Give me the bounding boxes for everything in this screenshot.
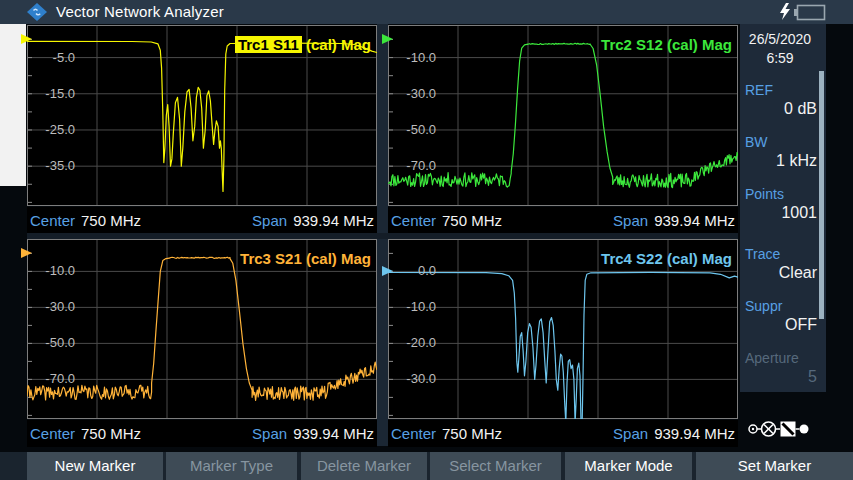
center-frequency[interactable]: Center750 MHz: [391, 425, 502, 442]
date-display: 26/5/2020: [740, 31, 820, 47]
lightning-bolt-icon: [780, 3, 790, 20]
softkey-set-marker[interactable]: Set Marker: [696, 452, 853, 480]
y-axis-tick-label: 0.0: [388, 263, 436, 278]
center-frequency[interactable]: Center750 MHz: [391, 212, 502, 229]
center-frequency[interactable]: Center750 MHz: [30, 425, 141, 442]
settings-sidebar: 26/5/2020 6:59 REF 0 dB BW 1 kHz Points …: [740, 24, 826, 392]
y-axis-tick-label: -70.0: [388, 158, 436, 173]
reference-level-arrow-icon: [382, 266, 393, 276]
s11-freq-bar: Center750 MHz Span939.94 MHz: [27, 207, 377, 233]
port-diagram-icon: [748, 417, 810, 441]
sidebar-item-ref[interactable]: REF 0 dB: [745, 82, 817, 118]
trace2-title[interactable]: Trc2 S12 (cal) Mag: [601, 36, 732, 53]
y-axis-tick-label: -10.0: [388, 50, 436, 65]
left-white-strip: [0, 24, 26, 186]
trace1-title[interactable]: Trc1 S11 (cal) Mag: [235, 36, 371, 53]
trace3-name[interactable]: Trc3 S21: [240, 250, 302, 267]
trace1-name[interactable]: Trc1 S11: [235, 36, 302, 53]
trace3-format: (cal) Mag: [306, 250, 371, 267]
softkey-delete-marker[interactable]: Delete Marker: [301, 452, 427, 480]
trace1-format: (cal) Mag: [306, 36, 371, 53]
reference-level-arrow-icon: [382, 34, 393, 44]
y-axis-tick-label: -50.0: [388, 122, 436, 137]
softkey-bar: New Marker Marker Type Delete Marker Sel…: [0, 452, 853, 480]
center-frequency[interactable]: Center750 MHz: [30, 212, 141, 229]
battery-nub: [794, 9, 797, 16]
span-frequency[interactable]: Span939.94 MHz: [613, 212, 735, 229]
sidebar-item-points[interactable]: Points 1001: [745, 186, 817, 222]
softkey-new-marker[interactable]: New Marker: [27, 452, 163, 480]
sidebar-item-trace[interactable]: Trace Clear: [745, 246, 817, 282]
vna-screen: Vector Network Analyzer Trc1 S11 (cal) M…: [0, 0, 853, 480]
y-axis-tick-label: -10.0: [27, 263, 75, 278]
trace3-title[interactable]: Trc3 S21 (cal) Mag: [240, 250, 371, 267]
y-axis-tick-label: -30.0: [388, 86, 436, 101]
y-axis-tick-label: -70.0: [27, 371, 75, 386]
quadrant-s12: Trc2 S12 (cal) Mag -10.0-30.0-50.0-70.0 …: [388, 25, 738, 233]
s21-plot-area[interactable]: Trc3 S21 (cal) Mag -10.0-30.0-50.0-70.0: [27, 239, 377, 419]
s11-plot-area[interactable]: Trc1 S11 (cal) Mag -5.0-15.0-25.0-35.0: [27, 25, 377, 206]
y-axis-tick-label: -50.0: [27, 335, 75, 350]
s12-freq-bar: Center750 MHz Span939.94 MHz: [388, 207, 738, 233]
power-status-icons: [777, 2, 835, 22]
trace4-name[interactable]: Trc4 S22: [601, 250, 663, 267]
softkey-select-marker[interactable]: Select Marker: [430, 452, 561, 480]
sidebar-item-aperture: Aperture 5: [745, 350, 817, 386]
y-axis-tick-label: -15.0: [27, 86, 75, 101]
y-axis-tick-label: -35.0: [27, 158, 75, 173]
trace4-title[interactable]: Trc4 S22 (cal) Mag: [601, 250, 732, 267]
span-frequency[interactable]: Span939.94 MHz: [613, 425, 735, 442]
y-axis-tick-label: -20.0: [388, 335, 436, 350]
reference-level-arrow-icon: [21, 248, 32, 258]
s12-plot-area[interactable]: Trc2 S12 (cal) Mag -10.0-30.0-50.0-70.0: [388, 25, 738, 206]
y-axis-tick-label: -30.0: [388, 371, 436, 386]
s22-freq-bar: Center750 MHz Span939.94 MHz: [388, 420, 738, 447]
time-display: 6:59: [740, 50, 820, 66]
trace2-format: (cal) Mag: [667, 36, 732, 53]
rohde-schwarz-logo-icon: [26, 2, 48, 22]
quadrant-s22: Trc4 S22 (cal) Mag 0.0-10.0-20.0-30.0 Ce…: [388, 239, 738, 447]
softkey-marker-type[interactable]: Marker Type: [166, 452, 297, 480]
y-axis-tick-label: -25.0: [27, 122, 75, 137]
y-axis-tick-label: -10.0: [388, 299, 436, 314]
quadrant-s21: Trc3 S21 (cal) Mag -10.0-30.0-50.0-70.0 …: [27, 239, 377, 447]
y-axis-tick-label: -5.0: [27, 50, 75, 65]
span-frequency[interactable]: Span939.94 MHz: [252, 212, 374, 229]
title-bar: Vector Network Analyzer: [0, 0, 853, 24]
sidebar-item-bw[interactable]: BW 1 kHz: [745, 134, 817, 170]
reference-level-arrow-icon: [21, 34, 32, 44]
app-title: Vector Network Analyzer: [56, 3, 224, 20]
s21-freq-bar: Center750 MHz Span939.94 MHz: [27, 420, 377, 447]
battery-icon: [798, 6, 825, 20]
span-frequency[interactable]: Span939.94 MHz: [252, 425, 374, 442]
softkey-marker-mode[interactable]: Marker Mode: [565, 452, 692, 480]
sidebar-item-suppr[interactable]: Suppr OFF: [745, 298, 817, 334]
sidebar-scrollbar[interactable]: [819, 71, 824, 319]
quadrant-s11: Trc1 S11 (cal) Mag -5.0-15.0-25.0-35.0 C…: [27, 25, 377, 233]
s22-plot-area[interactable]: Trc4 S22 (cal) Mag 0.0-10.0-20.0-30.0: [388, 239, 738, 419]
trace4-format: (cal) Mag: [667, 250, 732, 267]
y-axis-tick-label: -30.0: [27, 299, 75, 314]
trace2-name[interactable]: Trc2 S12: [601, 36, 663, 53]
